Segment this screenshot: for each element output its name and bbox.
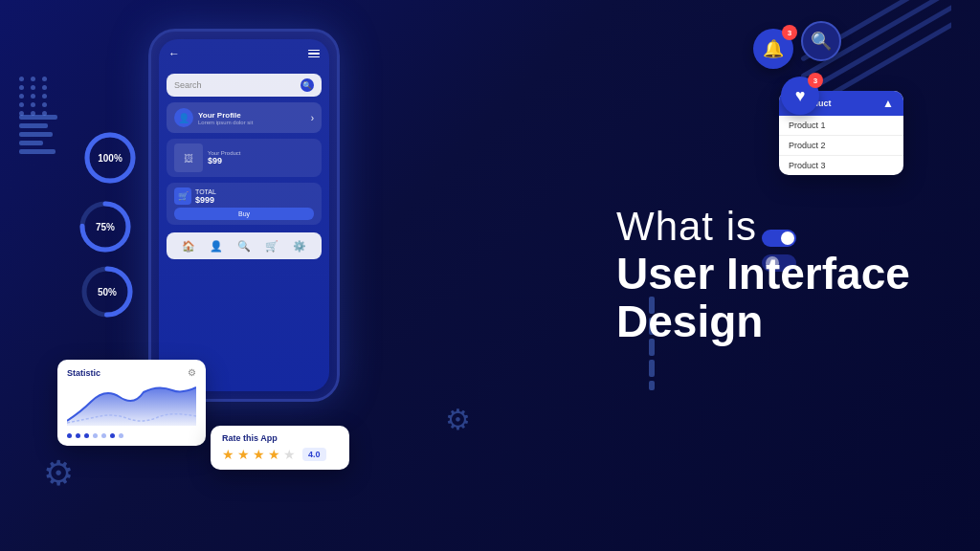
decoration-dots (19, 77, 50, 116)
nav-search-icon[interactable]: 🔍 (236, 238, 252, 253)
rate-stars[interactable]: ★ ★ ★ ★ ★ 4.0 (222, 447, 338, 462)
headline-line1: What is (616, 205, 910, 249)
cart-section: 🛒 TOTAL $999 Buy (167, 183, 322, 225)
stat-title: Statistic (67, 368, 100, 378)
nav-profile-icon[interactable]: 👤 (209, 238, 224, 253)
stat-dot-4 (93, 433, 98, 438)
headline-line3: Design (616, 298, 910, 346)
stat-gear-icon[interactable]: ⚙ (188, 367, 196, 378)
headline: What is User Interface Design (616, 205, 910, 345)
profile-bar[interactable]: 👤 Your Profile Lorem ipsum dolor sit › (167, 102, 322, 133)
star-3: ★ (253, 447, 265, 462)
product-price: $99 (208, 156, 314, 165)
stat-dot-7 (119, 433, 123, 438)
gear-icon-left: ⚙ (43, 453, 74, 494)
statistic-card: Statistic ⚙ (57, 360, 206, 446)
progress-circle-100: 100% (81, 129, 139, 190)
rate-title: Rate this App (222, 433, 338, 443)
star-2: ★ (237, 447, 250, 462)
profile-subtitle: Lorem ipsum dolor sit (198, 120, 253, 125)
buy-button[interactable]: Buy (174, 208, 314, 220)
chevron-right-icon: › (311, 113, 314, 123)
nav-settings-icon[interactable]: ⚙️ (292, 238, 307, 253)
stat-dot-6 (110, 433, 115, 438)
phone-topbar: ← (159, 39, 329, 64)
cart-icon: 🛒 (174, 187, 191, 205)
stat-chart (67, 383, 196, 426)
stat-header: Statistic ⚙ (67, 367, 196, 378)
gear-icon-right: ⚙ (445, 403, 471, 436)
profile-left: 👤 Your Profile Lorem ipsum dolor sit (174, 108, 253, 127)
phone-screen: ← Search 🔍 👤 Your Profile Lorem ipsum do… (159, 39, 329, 391)
svg-text:100%: 100% (98, 153, 122, 164)
nav-cart-icon[interactable]: 🛒 (264, 238, 279, 253)
stat-dot-1 (67, 433, 72, 438)
stat-dot-5 (101, 433, 106, 438)
star-1: ★ (222, 447, 234, 462)
hamburger-icon[interactable] (308, 50, 320, 58)
profile-text: Your Profile Lorem ipsum dolor sit (198, 111, 253, 125)
search-bar[interactable]: Search 🔍 (167, 74, 322, 97)
star-5: ★ (283, 447, 296, 462)
right-text-area: What is User Interface Design (578, 0, 980, 551)
stat-dot-2 (76, 433, 80, 438)
back-arrow-icon[interactable]: ← (168, 47, 180, 60)
background: ⚙ ⚙ 100% 75% 50% (0, 0, 980, 551)
decoration-horiz-bars (19, 115, 57, 154)
svg-text:75%: 75% (96, 222, 115, 232)
product-info: Your Product $99 (208, 150, 314, 165)
avatar: 👤 (174, 108, 193, 127)
headline-line2: User Interface (616, 250, 910, 298)
cart-row: 🛒 TOTAL $999 (174, 187, 314, 205)
search-placeholder-text: Search (174, 80, 202, 90)
rate-card: Rate this App ★ ★ ★ ★ ★ 4.0 (211, 426, 349, 470)
phone-nav: 🏠 👤 🔍 🛒 ⚙️ (167, 232, 322, 259)
stat-dots (67, 433, 196, 438)
phone-mockup: ← Search 🔍 👤 Your Profile Lorem ipsum do… (148, 29, 340, 402)
cart-total-label: TOTAL (195, 188, 216, 195)
search-icon[interactable]: 🔍 (301, 78, 314, 92)
cart-total-price: $999 (195, 195, 216, 205)
product-image: 🖼 (174, 143, 203, 172)
progress-circle-50: 50% (78, 263, 136, 324)
svg-text:50%: 50% (98, 287, 117, 298)
rate-score: 4.0 (302, 448, 326, 461)
product-item[interactable]: 🖼 Your Product $99 (167, 139, 322, 177)
nav-home-icon[interactable]: 🏠 (181, 238, 196, 253)
star-4: ★ (268, 447, 280, 462)
stat-dot-3 (84, 433, 89, 438)
progress-circle-75: 75% (77, 198, 134, 259)
profile-name: Your Profile (198, 111, 253, 120)
